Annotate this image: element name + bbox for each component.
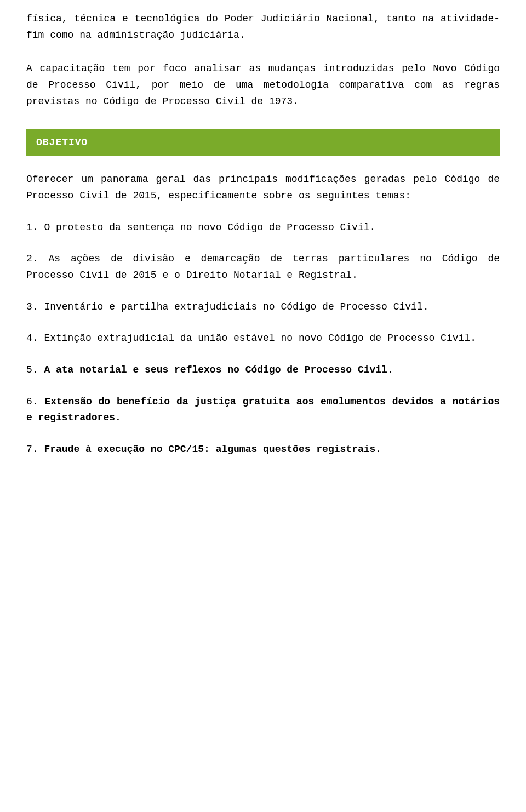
topic-text-6: Extensão do benefício da justiça gratuit… — [26, 396, 500, 424]
topic-text-1: O protesto da sentença no novo Código de… — [44, 222, 375, 233]
topic-text-5: A ata notarial e seus reflexos no Código… — [44, 364, 393, 375]
topic-number-6: 6. — [26, 396, 44, 407]
topic-item-4: 4. Extinção extrajudicial da união estáv… — [26, 330, 500, 347]
intro-paragraph: física, técnica e tecnológica do Poder J… — [26, 11, 500, 43]
topic-text-2: As ações de divisão e demarcação de terr… — [26, 253, 500, 281]
topic-text-4: Extinção extrajudicial da união estável … — [44, 333, 476, 344]
objetivo-header-text: OBJETIVO — [36, 137, 88, 148]
topic-text-3: Inventário e partilha extrajudiciais no … — [44, 301, 428, 312]
objetivo-section-header: OBJETIVO — [26, 129, 500, 156]
topic-number-2: 2. — [26, 253, 49, 264]
topics-list: 1. O protesto da sentença no novo Código… — [26, 220, 500, 458]
objetivo-paragraph: Oferecer um panorama geral das principai… — [26, 171, 500, 204]
topic-number-4: 4. — [26, 333, 44, 344]
topic-number-3: 3. — [26, 301, 44, 312]
topic-item-5: 5. A ata notarial e seus reflexos no Cód… — [26, 362, 500, 379]
capacitacao-paragraph: A capacitação tem por foco analisar as m… — [26, 61, 500, 110]
topic-text-7: Fraude à execução no CPC/15: algumas que… — [44, 444, 381, 455]
page-content: física, técnica e tecnológica do Poder J… — [0, 0, 526, 495]
topic-item-1: 1. O protesto da sentença no novo Código… — [26, 220, 500, 236]
topic-item-2: 2. As ações de divisão e demarcação de t… — [26, 251, 500, 283]
topic-number-5: 5. — [26, 364, 44, 375]
topic-number-7: 7. — [26, 444, 44, 455]
topic-item-6: 6. Extensão do benefício da justiça grat… — [26, 394, 500, 426]
topic-item-7: 7. Fraude à execução no CPC/15: algumas … — [26, 442, 500, 458]
topic-item-3: 3. Inventário e partilha extrajudiciais … — [26, 299, 500, 316]
topic-number-1: 1. — [26, 222, 44, 233]
